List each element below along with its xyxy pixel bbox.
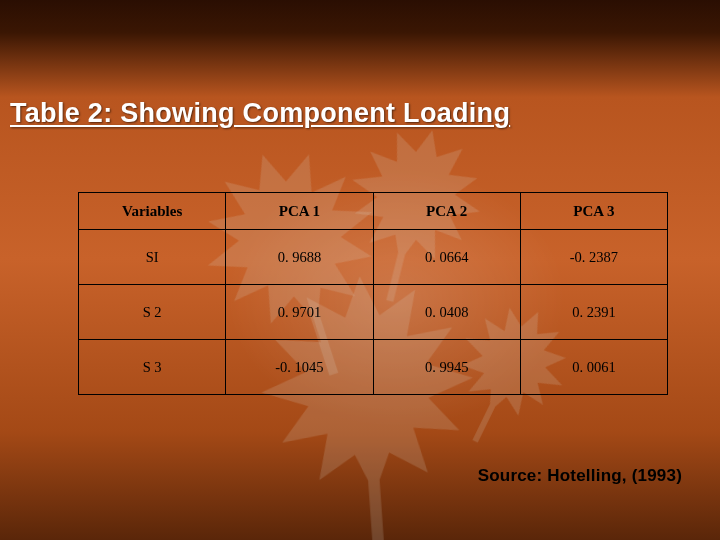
source-citation: Source: Hotelling, (1993) bbox=[478, 466, 682, 486]
cell-value: 0. 9701 bbox=[226, 285, 373, 340]
slide-title: Table 2: Showing Component Loading bbox=[10, 98, 510, 129]
table-row: SI 0. 9688 0. 0664 -0. 2387 bbox=[79, 230, 668, 285]
cell-value: 0. 0061 bbox=[520, 340, 667, 395]
data-table: Variables PCA 1 PCA 2 PCA 3 SI 0. 9688 0… bbox=[78, 192, 668, 395]
cell-value: 0. 0664 bbox=[373, 230, 520, 285]
slide: Table 2: Showing Component Loading Varia… bbox=[0, 0, 720, 540]
col-header-pca2: PCA 2 bbox=[373, 193, 520, 230]
cell-variable: S 2 bbox=[79, 285, 226, 340]
table-row: S 3 -0. 1045 0. 9945 0. 0061 bbox=[79, 340, 668, 395]
cell-value: 0. 9945 bbox=[373, 340, 520, 395]
cell-variable: SI bbox=[79, 230, 226, 285]
table-row: S 2 0. 9701 0. 0408 0. 2391 bbox=[79, 285, 668, 340]
cell-variable: S 3 bbox=[79, 340, 226, 395]
col-header-variables: Variables bbox=[79, 193, 226, 230]
col-header-pca3: PCA 3 bbox=[520, 193, 667, 230]
table-header-row: Variables PCA 1 PCA 2 PCA 3 bbox=[79, 193, 668, 230]
cell-value: -0. 2387 bbox=[520, 230, 667, 285]
col-header-pca1: PCA 1 bbox=[226, 193, 373, 230]
cell-value: 0. 9688 bbox=[226, 230, 373, 285]
cell-value: -0. 1045 bbox=[226, 340, 373, 395]
cell-value: 0. 2391 bbox=[520, 285, 667, 340]
cell-value: 0. 0408 bbox=[373, 285, 520, 340]
